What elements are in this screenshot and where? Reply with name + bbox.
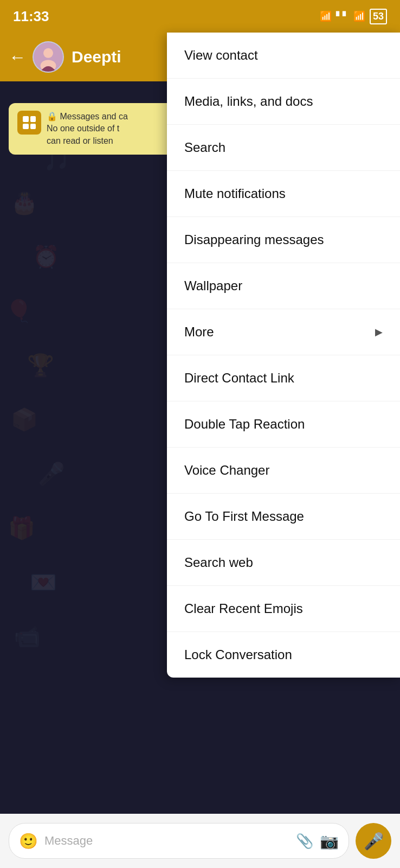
signal-icon1: ▘▘ bbox=[336, 11, 349, 22]
message-placeholder[interactable]: Message bbox=[44, 834, 289, 848]
chevron-right-icon: ▶ bbox=[375, 326, 383, 338]
menu-item-clear-recent-emojis[interactable]: Clear Recent Emojis bbox=[167, 586, 400, 632]
mic-button[interactable]: 🎤 bbox=[356, 823, 391, 859]
mic-icon: 🎤 bbox=[364, 832, 384, 851]
svg-point-1 bbox=[43, 48, 53, 58]
menu-item-label: Disappearing messages bbox=[184, 232, 324, 247]
menu-item-direct-contact-link[interactable]: Direct Contact Link bbox=[167, 355, 400, 401]
menu-item-label: Voice Changer bbox=[184, 463, 269, 478]
menu-item-voice-changer[interactable]: Voice Changer bbox=[167, 448, 400, 494]
menu-item-label: Lock Conversation bbox=[184, 647, 292, 662]
menu-item-label: Search web bbox=[184, 555, 253, 570]
menu-item-label: View contact bbox=[184, 48, 258, 63]
emoji-button[interactable]: 🙂 bbox=[19, 832, 38, 850]
menu-item-lock-conversation[interactable]: Lock Conversation bbox=[167, 632, 400, 678]
dropdown-menu: View contactMedia, links, and docsSearch… bbox=[167, 33, 400, 678]
menu-item-label: Direct Contact Link bbox=[184, 371, 294, 386]
menu-item-label: Go To First Message bbox=[184, 509, 304, 524]
menu-item-view-contact[interactable]: View contact bbox=[167, 33, 400, 79]
status-icons: 📶 ▘▘ 📶 53 bbox=[320, 9, 387, 24]
menu-item-label: Search bbox=[184, 140, 225, 155]
back-button[interactable]: ← bbox=[9, 47, 26, 67]
contact-name[interactable]: Deepti bbox=[72, 48, 121, 66]
battery-indicator: 53 bbox=[370, 9, 387, 24]
menu-item-wallpaper[interactable]: Wallpaper bbox=[167, 263, 400, 309]
encryption-icon bbox=[17, 111, 41, 135]
status-bar: 11:33 📶 ▘▘ 📶 53 bbox=[0, 0, 400, 33]
menu-item-media,-links,-and-docs[interactable]: Media, links, and docs bbox=[167, 79, 400, 125]
menu-item-label: More bbox=[184, 324, 214, 340]
bottom-bar: 🙂 Message 📎 📷 🎤 bbox=[0, 814, 400, 868]
wifi-icon: 📶 bbox=[320, 10, 332, 22]
menu-item-label: Clear Recent Emojis bbox=[184, 601, 303, 616]
menu-item-more[interactable]: More▶ bbox=[167, 309, 400, 355]
menu-item-label: Wallpaper bbox=[184, 278, 242, 293]
menu-item-search[interactable]: Search bbox=[167, 125, 400, 171]
attachment-icon[interactable]: 📎 bbox=[296, 833, 313, 850]
status-time: 11:33 bbox=[13, 8, 49, 25]
menu-item-label: Media, links, and docs bbox=[184, 94, 313, 109]
menu-item-go-to-first-message[interactable]: Go To First Message bbox=[167, 494, 400, 540]
message-input-wrap: 🙂 Message 📎 📷 bbox=[9, 823, 349, 859]
menu-item-label: Double Tap Reaction bbox=[184, 417, 305, 432]
encryption-text: 🔒 Messages and ca No one outside of t ca… bbox=[47, 111, 128, 147]
camera-icon[interactable]: 📷 bbox=[320, 832, 339, 850]
menu-item-disappearing-messages[interactable]: Disappearing messages bbox=[167, 217, 400, 263]
menu-item-label: Mute notifications bbox=[184, 186, 286, 201]
signal-icon2: 📶 bbox=[353, 10, 365, 22]
menu-item-search-web[interactable]: Search web bbox=[167, 540, 400, 586]
avatar bbox=[33, 41, 64, 73]
menu-item-mute-notifications[interactable]: Mute notifications bbox=[167, 171, 400, 217]
menu-item-double-tap-reaction[interactable]: Double Tap Reaction bbox=[167, 401, 400, 448]
